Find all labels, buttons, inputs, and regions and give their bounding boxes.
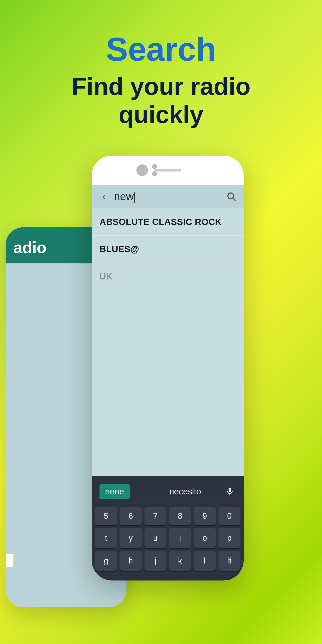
keyboard[interactable]: nene necesito 5	[92, 476, 244, 580]
key-p[interactable]: p	[218, 528, 240, 548]
key-o[interactable]: o	[194, 528, 216, 548]
hero-section: Search Find your radio quickly	[72, 31, 251, 129]
phone2-title: adio	[14, 238, 46, 257]
result-item-2[interactable]: BLUES@	[92, 236, 244, 263]
mic-icon[interactable]	[224, 486, 236, 498]
phone-display: ‹ new ABSOL	[92, 185, 244, 580]
keyboard-suggestions: nene necesito	[95, 481, 240, 504]
search-icon[interactable]	[226, 191, 237, 202]
sensor-dot-2	[152, 171, 157, 176]
key-y[interactable]: y	[120, 528, 142, 548]
cursor	[134, 192, 135, 203]
phone-main: ‹ new ABSOL	[92, 156, 244, 580]
phone2-scroll-indicator	[6, 554, 14, 567]
key-enye[interactable]: ñ	[218, 551, 240, 571]
key-9[interactable]: 9	[194, 507, 216, 525]
camera-area	[136, 164, 157, 176]
search-field[interactable]: new	[114, 190, 222, 203]
key-7[interactable]: 7	[144, 507, 166, 525]
page-wrapper: Search Find your radio quickly adio i	[0, 0, 322, 644]
key-u[interactable]: u	[144, 528, 166, 548]
suggestion-2[interactable]: necesito	[164, 484, 206, 499]
key-l[interactable]: l	[194, 551, 216, 571]
phone-main-inner: ‹ new ABSOL	[92, 156, 244, 580]
suggestion-1[interactable]: nene	[100, 484, 130, 499]
camera-lens	[136, 164, 148, 176]
key-g[interactable]: g	[95, 551, 117, 571]
svg-line-1	[233, 198, 236, 200]
key-6[interactable]: 6	[120, 507, 142, 525]
back-button[interactable]: ‹	[98, 191, 110, 202]
suggestion-divider	[147, 486, 147, 497]
result-item-3-partial: UK	[92, 263, 244, 281]
search-text: new	[114, 190, 134, 202]
search-bar[interactable]: ‹ new	[92, 185, 244, 208]
key-k[interactable]: k	[169, 551, 191, 571]
key-j[interactable]: j	[144, 551, 166, 571]
keyboard-row-2: g h j k l ñ	[95, 551, 240, 571]
hero-search-title: Search	[72, 31, 251, 68]
phones-container: adio i UK	[0, 156, 322, 644]
phone-top-bar	[92, 156, 244, 185]
key-8[interactable]: 8	[169, 507, 191, 525]
sensor-dot-1	[152, 164, 157, 169]
result-item-1[interactable]: ABSOLUTE CLASSIC ROCK	[92, 208, 244, 236]
phone-speaker	[154, 169, 181, 172]
key-0[interactable]: 0	[218, 507, 240, 525]
key-5[interactable]: 5	[95, 507, 117, 525]
keyboard-row-1: t y u i o p	[95, 528, 240, 548]
key-h[interactable]: h	[120, 551, 142, 571]
search-results: ABSOLUTE CLASSIC ROCK BLUES@ UK	[92, 208, 244, 476]
keyboard-row-numbers: 5 6 7 8 9 0	[95, 507, 240, 525]
key-t[interactable]: t	[95, 528, 117, 548]
key-i[interactable]: i	[169, 528, 191, 548]
hero-subtitle: Find your radio quickly	[72, 72, 251, 129]
